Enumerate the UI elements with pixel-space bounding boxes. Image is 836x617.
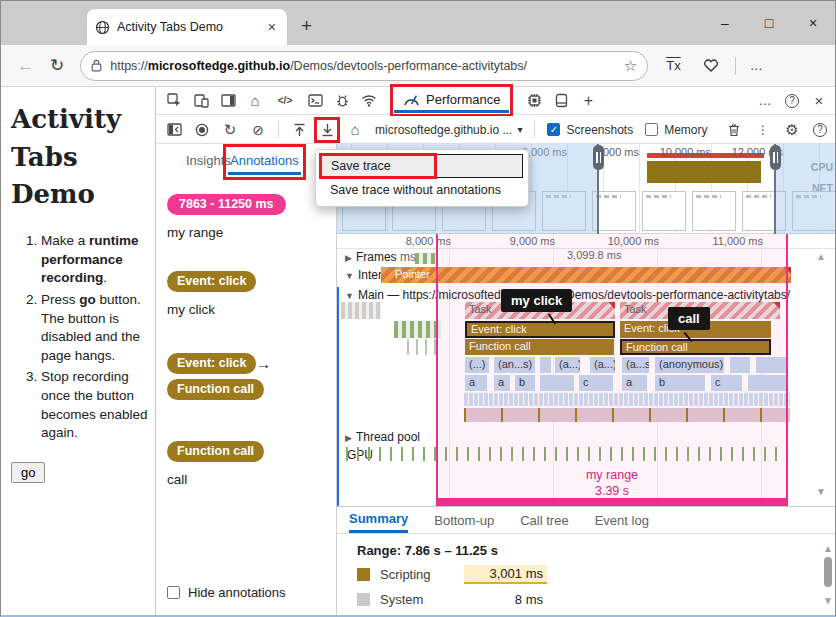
filmstrip-thumbnail[interactable] <box>692 191 736 231</box>
flame-bar-js-frame[interactable]: (a...) <box>554 357 581 373</box>
browser-tab[interactable]: Activity Tabs Demo × <box>87 9 287 45</box>
flame-scroll-down-icon[interactable]: ▼ <box>816 486 826 497</box>
tab-insights[interactable]: Insights <box>184 149 233 172</box>
flame-bar[interactable] <box>341 302 381 319</box>
tab-summary[interactable]: Summary <box>349 507 408 533</box>
browser-essentials-icon[interactable] <box>703 58 719 73</box>
favorites-star-icon[interactable]: ☆ <box>624 57 637 75</box>
flame-bar-function[interactable]: a <box>621 375 648 391</box>
address-bar[interactable]: https://microsoftedge.github.io/Demos/de… <box>80 51 648 81</box>
flame-bar-js-frame[interactable]: (anonymous) <box>654 357 725 373</box>
filmstrip-thumbnail[interactable] <box>642 191 686 231</box>
help-icon[interactable]: ? <box>813 123 827 137</box>
screenshots-checkbox[interactable]: ✓ Screenshots <box>547 123 633 137</box>
immersive-reader-icon[interactable]: Tx <box>666 58 680 73</box>
flame-bar-function[interactable]: a <box>464 375 488 391</box>
range-annotation-start-line[interactable] <box>436 234 438 506</box>
flame-bar-function[interactable]: b <box>514 375 536 391</box>
memory-chip-icon[interactable] <box>526 93 542 109</box>
console-panel-icon[interactable] <box>307 93 323 109</box>
minimize-button[interactable]: – <box>703 15 747 31</box>
flame-bar[interactable] <box>464 393 790 406</box>
flame-bar-event[interactable]: Event: click <box>465 321 615 338</box>
flame-bar-js-frame[interactable]: (a...s) <box>621 357 650 373</box>
range-annotation-bottom-bar[interactable] <box>436 498 788 506</box>
track-label-thread-pool[interactable]: ▶Thread pool <box>345 430 420 444</box>
origin-selector[interactable]: microsoftedge.github.io ... ▾ <box>375 123 522 137</box>
selection-handle-grip[interactable] <box>770 145 781 170</box>
tab-annotations[interactable]: Annotations <box>228 149 301 175</box>
annotation-event-badge[interactable]: Function call <box>167 379 264 400</box>
dock-side-icon[interactable] <box>220 93 236 109</box>
gc-trash-icon[interactable] <box>726 122 742 138</box>
menu-item-save-trace-without-annotations[interactable]: Save trace without annotations <box>321 178 523 202</box>
debugger-bug-icon[interactable] <box>334 93 350 109</box>
refresh-button[interactable]: ↻ <box>50 55 64 76</box>
flame-bar[interactable] <box>394 321 441 338</box>
range-annotation-end-line[interactable] <box>786 234 788 506</box>
flame-bar-function[interactable]: a <box>493 375 511 391</box>
annotation-event-badge[interactable]: Event: click <box>167 271 256 292</box>
overflow-menu-icon[interactable]: ⋮ <box>755 122 771 138</box>
load-profile-icon[interactable] <box>291 122 307 138</box>
annotation-event-badge[interactable]: Function call <box>167 441 264 462</box>
close-window-button[interactable]: × <box>791 15 835 31</box>
menu-item-save-trace[interactable]: Save trace <box>321 154 523 178</box>
back-button[interactable]: ← <box>17 56 34 76</box>
tab-close-icon[interactable]: × <box>265 19 279 35</box>
annotation-label-call[interactable]: call <box>668 307 710 330</box>
flame-bar-fn[interactable]: Function call <box>620 339 771 355</box>
annotation-range-badge[interactable]: 7863 - 11250 ms <box>167 194 286 215</box>
flame-chart[interactable]: 8,000 ms9,000 ms10,000 ms11,000 ms3,099.… <box>337 234 836 506</box>
track-label-frames[interactable]: ▶Frames ms <box>345 250 416 264</box>
storage-panel-icon[interactable] <box>553 93 569 109</box>
annotation-label-my-click[interactable]: my click <box>501 289 572 312</box>
flame-bar[interactable] <box>539 375 575 391</box>
memory-checkbox[interactable]: Memory <box>645 123 707 137</box>
flame-bar[interactable] <box>539 357 552 373</box>
inspect-icon[interactable] <box>166 93 182 109</box>
flame-bar-function[interactable]: b <box>654 375 706 391</box>
maximize-button[interactable]: □ <box>747 15 791 31</box>
flame-bar-js-frame[interactable]: (an...s) <box>493 357 536 373</box>
go-button[interactable]: go <box>11 462 45 483</box>
scrollbar-thumb[interactable] <box>824 557 832 587</box>
tab-performance[interactable]: Performance <box>394 88 509 113</box>
devtools-close-icon[interactable]: × <box>811 93 827 109</box>
clear-icon[interactable]: ⊘ <box>250 122 266 138</box>
device-emulation-icon[interactable] <box>193 93 209 109</box>
tab-event-log[interactable]: Event log <box>595 507 649 533</box>
flame-bar-function[interactable]: c <box>578 375 614 391</box>
save-profile-icon[interactable] <box>319 122 335 138</box>
flame-bar[interactable] <box>755 357 789 373</box>
scroll-up-icon[interactable]: ▲ <box>823 543 833 554</box>
flame-bar-js-frame[interactable]: (a...) <box>589 357 616 373</box>
devtools-menu-icon[interactable]: … <box>757 93 773 109</box>
interaction-pointer-bar[interactable]: Pointer <box>381 267 791 283</box>
flame-bar[interactable] <box>747 375 789 391</box>
more-tabs-icon[interactable]: + <box>580 93 596 109</box>
flame-bar[interactable] <box>729 357 751 373</box>
settings-gear-icon[interactable]: ⚙ <box>784 122 800 138</box>
devtools-help-icon[interactable]: ? <box>785 94 799 108</box>
tab-call-tree[interactable]: Call tree <box>520 507 568 533</box>
flame-scroll-up-icon[interactable]: ▲ <box>816 251 826 262</box>
home-panel-icon[interactable]: ⌂ <box>247 93 263 109</box>
record-reload-icon[interactable]: ↻ <box>222 122 238 138</box>
network-panel-icon[interactable] <box>361 93 377 109</box>
home-origin-icon[interactable]: ⌂ <box>347 122 363 138</box>
flame-bar-function[interactable]: c <box>710 375 743 391</box>
new-tab-button[interactable]: + <box>301 15 312 37</box>
record-button[interactable] <box>194 122 210 138</box>
flame-bar-js-frame[interactable]: (...) <box>464 357 490 373</box>
selection-handle-grip[interactable] <box>593 145 604 170</box>
browser-menu-icon[interactable]: … <box>750 58 763 73</box>
flame-bar[interactable] <box>464 408 790 422</box>
hide-annotations-checkbox[interactable]: Hide annotations <box>167 585 286 600</box>
toggle-sidebar-icon[interactable] <box>166 122 182 138</box>
flame-bar-fn[interactable]: Function call <box>465 339 614 355</box>
elements-panel-icon[interactable]: </> <box>274 93 296 109</box>
tab-bottom-up[interactable]: Bottom-up <box>434 507 494 533</box>
scroll-down-icon[interactable]: ▼ <box>823 595 833 606</box>
annotation-event-badge[interactable]: Event: click <box>167 353 256 374</box>
